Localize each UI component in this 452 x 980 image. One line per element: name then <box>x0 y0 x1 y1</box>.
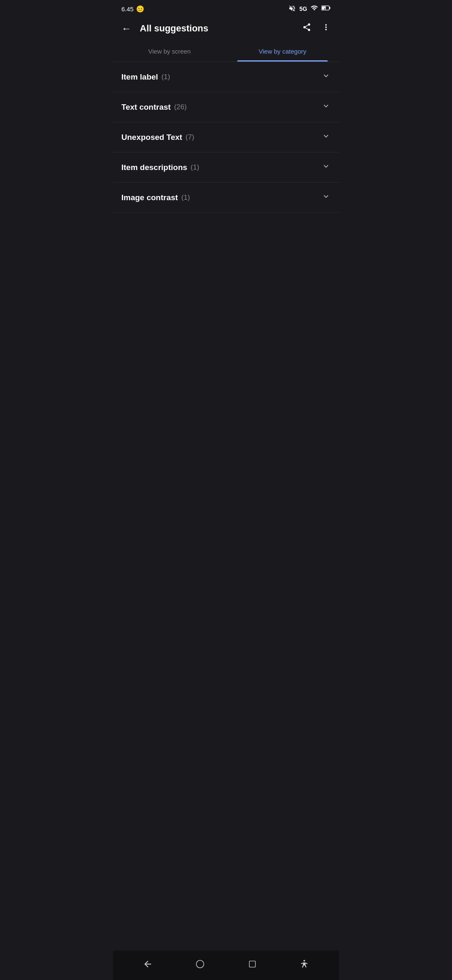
chevron-down-icon <box>321 132 331 143</box>
network-type: 5G <box>299 5 307 12</box>
battery-icon <box>321 5 331 13</box>
status-bar: 6.45 😐 5G <box>113 0 339 16</box>
category-item-item-label[interactable]: Item label (1) <box>113 62 339 92</box>
nav-accessibility-button[interactable] <box>291 957 318 972</box>
more-options-button[interactable] <box>320 21 332 36</box>
category-count: (1) <box>162 73 170 81</box>
tab-view-by-screen[interactable]: View by screen <box>113 41 226 62</box>
category-title: Item label <box>121 72 158 82</box>
category-item-text-contrast[interactable]: Text contrast (26) <box>113 92 339 122</box>
nav-home-button[interactable] <box>187 957 213 972</box>
category-count: (7) <box>185 133 194 142</box>
nav-back-button[interactable] <box>134 957 161 972</box>
app-bar-actions <box>300 21 332 36</box>
svg-rect-1 <box>329 7 331 9</box>
svg-rect-2 <box>322 6 326 10</box>
face-icon: 😐 <box>136 5 144 13</box>
chevron-down-icon <box>321 101 331 113</box>
back-button[interactable]: ← <box>120 21 133 36</box>
page-title: All suggestions <box>140 23 294 34</box>
chevron-down-icon <box>321 162 331 173</box>
category-title: Image contrast <box>121 193 178 202</box>
category-item-unexposed-text[interactable]: Unexposed Text (7) <box>113 122 339 152</box>
category-title: Item descriptions <box>121 163 187 172</box>
tab-view-by-category[interactable]: View by category <box>226 41 339 62</box>
chevron-down-icon <box>321 192 331 203</box>
category-list: Item label (1) Text contrast (26) Unexpo… <box>113 62 339 582</box>
svg-point-3 <box>196 960 204 968</box>
status-bar-left: 6.45 😐 <box>121 5 144 13</box>
category-count: (1) <box>181 193 190 202</box>
tab-bar: View by screen View by category <box>113 41 339 62</box>
svg-rect-4 <box>249 961 255 967</box>
chevron-down-icon <box>321 71 331 83</box>
status-bar-right: 5G <box>288 4 331 13</box>
nav-recent-button[interactable] <box>239 957 265 971</box>
category-item-image-contrast[interactable]: Image contrast (1) <box>113 183 339 213</box>
app-bar: ← All suggestions <box>113 16 339 41</box>
category-title: Text contrast <box>121 103 171 112</box>
category-count: (26) <box>174 103 187 111</box>
bottom-nav <box>113 951 339 980</box>
category-count: (1) <box>190 163 199 172</box>
share-button[interactable] <box>300 21 313 36</box>
mute-icon <box>288 5 296 13</box>
category-title: Unexposed Text <box>121 133 182 142</box>
signal-icon <box>311 4 318 13</box>
category-item-item-descriptions[interactable]: Item descriptions (1) <box>113 152 339 183</box>
time-display: 6.45 <box>121 5 134 13</box>
